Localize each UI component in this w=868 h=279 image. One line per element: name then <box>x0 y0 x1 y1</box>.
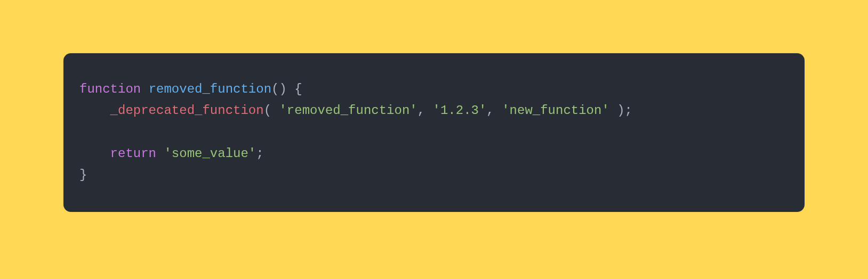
call-open: ( <box>264 103 279 118</box>
string-arg-2: '1.2.3' <box>433 103 487 118</box>
brace-close: } <box>79 168 87 182</box>
function-name: removed_function <box>149 82 271 96</box>
parentheses: () <box>271 82 287 96</box>
arg-separator: , <box>417 103 433 118</box>
page-background: function removed_function() { _deprecate… <box>0 0 868 279</box>
code-content: function removed_function() { _deprecate… <box>79 79 789 186</box>
whitespace <box>287 82 294 96</box>
call-close: ); <box>609 103 632 118</box>
arg-separator: , <box>486 103 502 118</box>
indent <box>79 103 110 118</box>
keyword-function: function <box>79 82 141 96</box>
whitespace <box>141 82 148 96</box>
semicolon: ; <box>256 146 263 161</box>
keyword-return: return <box>110 146 156 161</box>
indent <box>79 146 110 161</box>
string-arg-3: 'new_function' <box>502 103 609 118</box>
code-block: function removed_function() { _deprecate… <box>63 53 805 212</box>
function-call-name: _deprecated_function <box>110 103 264 118</box>
whitespace <box>156 146 164 161</box>
string-arg-1: 'removed_function' <box>279 103 417 118</box>
brace-open: { <box>294 82 302 96</box>
return-value-string: 'some_value' <box>164 146 256 161</box>
